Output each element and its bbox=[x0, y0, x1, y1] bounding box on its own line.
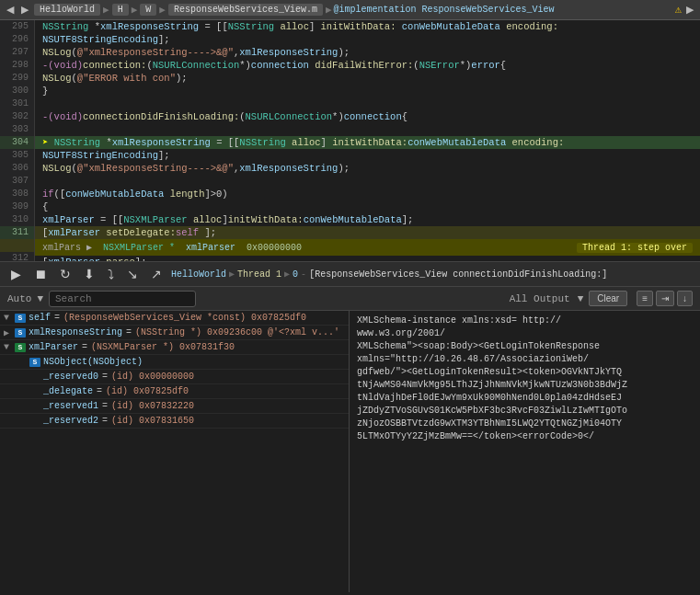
stop-button[interactable]: ⏹ bbox=[30, 265, 51, 283]
step-over-button[interactable]: ⤵ bbox=[104, 265, 118, 283]
output-content: XMLSchema-instance xmlns:xsd= http:// ww… bbox=[350, 311, 700, 592]
search-output-bar: Auto ▼ All Output ▼ Clear ≡ ⇥ ↓ bbox=[0, 287, 700, 311]
line-num-310: 310 bbox=[0, 213, 34, 226]
var-reserved0[interactable]: _reserved0 = (id) 0x00000000 bbox=[0, 370, 349, 384]
top-nav-bar: ◀ ▶ HelloWorld ▶ H ▶ W ▶ ResponseWebServ… bbox=[0, 0, 700, 20]
output-line-3: xmlns="http://10.26.48.67/AssociazioniWe… bbox=[357, 353, 693, 366]
clear-button[interactable]: Clear bbox=[589, 291, 627, 306]
refresh-button[interactable]: ↻ bbox=[56, 265, 75, 283]
var-val-reserved0: (id) 0x00000000 bbox=[111, 372, 194, 382]
file-tab-helloworld[interactable]: HelloWorld bbox=[34, 4, 100, 16]
line-num-304: 304 bbox=[0, 136, 34, 149]
line-num-306: 306 bbox=[0, 162, 34, 175]
debug-toolbar: ▶ ⏹ ↻ ⬇ ⤵ ↘ ↗ HelloWorld ▶ Thread 1 ▶ 0 … bbox=[0, 261, 700, 287]
breadcrumb-app: HelloWorld bbox=[171, 269, 226, 280]
var-icon-nsobject: S bbox=[29, 358, 40, 367]
code-line-295: NSString *xmlResponseString = [[NSString… bbox=[35, 20, 700, 33]
code-line-308: if([conWebMutableData length]>0) bbox=[35, 188, 700, 200]
var-nsobject[interactable]: S NSObject(NSObject) bbox=[0, 355, 349, 370]
line-num-296: 296 bbox=[0, 33, 34, 46]
wrap-icon-btn[interactable]: ⇥ bbox=[656, 291, 674, 306]
back-button[interactable]: ◀ bbox=[4, 3, 17, 17]
var-icon-reserved0 bbox=[29, 372, 40, 382]
var-reserved2[interactable]: _reserved2 = (id) 0x07831650 bbox=[0, 414, 349, 429]
var-val-xmlresponsestring: (NSString *) 0x09236c00 @'<?xml v...' bbox=[135, 327, 339, 338]
var-name-reserved0: _reserved0 bbox=[43, 372, 98, 382]
implementation-label: @implementation ResponseWebServices_View bbox=[334, 5, 555, 15]
var-icon-reserved1 bbox=[29, 402, 40, 411]
breadcrumb-frame[interactable]: 0 bbox=[293, 269, 298, 280]
debug-col3: xmlParser bbox=[186, 243, 235, 253]
var-expand-xmlparser[interactable]: ▼ bbox=[4, 342, 15, 352]
output-dropdown-icon[interactable]: ▼ bbox=[578, 293, 584, 304]
file-tab-view-m[interactable]: ResponseWebServices_View.m bbox=[168, 4, 323, 16]
file-tab-h[interactable]: H bbox=[112, 4, 129, 16]
download-button[interactable]: ⬇ bbox=[80, 265, 98, 283]
debug-col2: NSXMLParser * bbox=[103, 243, 175, 253]
var-expand-xmlresponsestring[interactable]: ▶ bbox=[4, 327, 15, 338]
auto-label: Auto bbox=[7, 293, 31, 304]
var-icon-xmlresponsestring: S bbox=[15, 328, 26, 338]
code-line-305: NSUTF8StringEncoding]; bbox=[35, 149, 700, 162]
breadcrumb-thread[interactable]: Thread 1 bbox=[237, 269, 281, 280]
step-into-button[interactable]: ↘ bbox=[123, 265, 142, 283]
debug-breadcrumb: HelloWorld ▶ Thread 1 ▶ 0 - [ResponseWeb… bbox=[171, 269, 693, 280]
code-line-298: -(void)connection:(NSURLConnection*)conn… bbox=[35, 59, 700, 72]
warning-icon: ⚠ bbox=[675, 3, 682, 17]
output-line-5: tNjAwMS04NmVkMg95LThJZjJhNmNVkMjkwNTUzW3… bbox=[357, 379, 693, 392]
var-reserved1[interactable]: _reserved1 = (id) 0x07832220 bbox=[0, 399, 349, 414]
code-line-302: -(void)connectionDidFinishLoading:(NSURL… bbox=[35, 110, 700, 123]
output-line-0: XMLSchema-instance xmlns:xsd= http:// bbox=[357, 315, 693, 327]
debug-col4: 0x00000000 bbox=[247, 243, 577, 253]
code-line-303 bbox=[35, 123, 700, 136]
var-self[interactable]: ▼ S self = (ResponseWebServices_View *co… bbox=[0, 311, 349, 326]
line-num-299: 299 bbox=[0, 72, 34, 85]
code-line-306: NSLog(@"xmlResponseString---->&@",xmlRes… bbox=[35, 162, 700, 175]
variable-list: ▼ S self = (ResponseWebServices_View *co… bbox=[0, 311, 349, 592]
code-line-301 bbox=[35, 97, 700, 110]
code-line-304: ➤ NSString *xmlResponseString = [[NSStri… bbox=[35, 136, 700, 149]
output-icon-buttons: ≡ ⇥ ↓ bbox=[637, 291, 693, 306]
var-name-reserved2: _reserved2 bbox=[43, 416, 98, 426]
code-line-307 bbox=[35, 175, 700, 188]
line-num-301: 301 bbox=[0, 97, 34, 110]
code-line-296: NSUTF8StringEncoding]; bbox=[35, 33, 700, 46]
line-num-298: 298 bbox=[0, 59, 34, 72]
var-xmlparser[interactable]: ▼ S xmlParser = (NSXMLParser *) 0x07831f… bbox=[0, 340, 349, 355]
var-val-self: (ResponseWebServices_View *const) 0x0782… bbox=[63, 313, 306, 323]
var-val-reserved1: (id) 0x07832220 bbox=[111, 401, 194, 411]
var-val-delegate: (id) 0x07825df0 bbox=[106, 386, 189, 396]
var-name-xmlparser: xmlParser bbox=[29, 342, 78, 352]
forward-button[interactable]: ▶ bbox=[18, 3, 31, 17]
line-num-311: 311 bbox=[0, 226, 34, 239]
bottom-split-area: ▼ S self = (ResponseWebServices_View *co… bbox=[0, 311, 700, 592]
output-line-8: zNjozOSBBTVtzdG9wXTM3YTBhNmI5LWQ2YTQtNGZ… bbox=[357, 418, 693, 430]
line-num-302: 302 bbox=[0, 110, 34, 123]
nav-right-btn[interactable]: ▶ bbox=[683, 3, 696, 17]
step-over-badge: Thread 1: step over bbox=[577, 243, 693, 253]
auto-dropdown-icon[interactable]: ▼ bbox=[37, 293, 43, 304]
output-line-1: www.w3.org/2001/ bbox=[357, 327, 693, 340]
scroll-icon-btn[interactable]: ↓ bbox=[677, 291, 693, 306]
output-panel: XMLSchema-instance xmlns:xsd= http:// ww… bbox=[350, 311, 700, 592]
var-icon-self: S bbox=[15, 314, 26, 323]
output-line-4: gdfweb/"><GetLoginTokenResult><token>OGV… bbox=[357, 366, 693, 379]
debug-col1: xmlPars ▶ bbox=[42, 242, 92, 253]
line-num-307: 307 bbox=[0, 175, 34, 188]
step-out-button[interactable]: ↗ bbox=[147, 265, 166, 283]
code-editor: 295 296 297 298 299 300 301 302 303 304 … bbox=[0, 20, 700, 261]
search-input[interactable] bbox=[49, 291, 196, 307]
file-tab-w[interactable]: W bbox=[140, 4, 156, 16]
code-line-311: [xmlParser setDelegate:self ]; bbox=[35, 226, 700, 239]
line-num-295: 295 bbox=[0, 20, 34, 33]
line-num-305: 305 bbox=[0, 149, 34, 162]
code-line-312: [xmlParser parse]; bbox=[35, 256, 700, 261]
play-button[interactable]: ▶ bbox=[7, 265, 25, 283]
output-line-2: XMLSchema"><soap:Body><GetLoginTokenResp… bbox=[357, 340, 693, 353]
var-name-xmlresponsestring: xmlResponseString bbox=[29, 327, 122, 338]
var-name-delegate: _delegate bbox=[43, 386, 93, 396]
filter-icon-btn[interactable]: ≡ bbox=[637, 291, 653, 306]
var-expand-self[interactable]: ▼ bbox=[4, 313, 15, 323]
var-xmlresponsestring[interactable]: ▶ S xmlResponseString = (NSString *) 0x0… bbox=[0, 326, 349, 340]
var-delegate[interactable]: _delegate = (id) 0x07825df0 bbox=[0, 384, 349, 399]
